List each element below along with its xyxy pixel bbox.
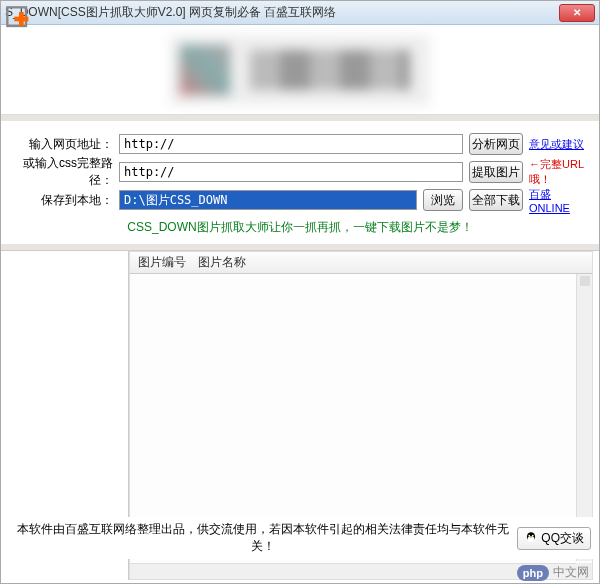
overlay-add-icon	[5, 5, 33, 33]
app-window: S_DOWN[CSS图片抓取大师V2.0] 网页复制必备 百盛互联网络 ✕ 输入…	[0, 0, 600, 584]
col-id: 图片编号	[138, 254, 198, 271]
list-header: 图片编号 图片名称	[130, 252, 592, 274]
qq-label: QQ交谈	[541, 530, 584, 547]
online-link[interactable]: 百盛ONLINE	[529, 187, 591, 214]
svg-point-5	[529, 535, 531, 537]
url-input[interactable]	[119, 134, 463, 154]
col-name: 图片名称	[198, 254, 246, 271]
feedback-link[interactable]: 意见或建议	[529, 137, 591, 152]
qq-chat-button[interactable]: QQ交谈	[517, 527, 591, 550]
svg-point-6	[532, 535, 534, 537]
save-path-input[interactable]	[119, 190, 417, 210]
url-label: 输入网页地址：	[9, 136, 119, 153]
slogan-text: CSS_DOWN图片抓取大师让你一抓再抓，一键下载图片不是梦！	[1, 215, 599, 236]
save-label: 保存到本地：	[9, 192, 119, 209]
browse-button[interactable]: 浏览	[423, 189, 463, 211]
analyze-button[interactable]: 分析网页	[469, 133, 523, 155]
scrollbar-horizontal[interactable]	[130, 563, 576, 579]
css-input[interactable]	[119, 162, 463, 182]
form-area: 输入网页地址： 分析网页 意见或建议 或输入css完整路径： 提取图片 ←完整U…	[1, 115, 599, 250]
download-all-button[interactable]: 全部下载	[469, 189, 523, 211]
qq-icon	[524, 531, 538, 545]
close-button[interactable]: ✕	[559, 4, 595, 22]
watermark-text: 中文网	[553, 564, 589, 581]
window-title: S_DOWN[CSS图片抓取大师V2.0] 网页复制必备 百盛互联网络	[5, 4, 559, 21]
footer: 本软件由百盛互联网络整理出品，供交流使用，若因本软件引起的相关法律责任均与本软件…	[1, 517, 599, 559]
banner-area	[1, 25, 599, 115]
titlebar: S_DOWN[CSS图片抓取大师V2.0] 网页复制必备 百盛互联网络 ✕	[1, 1, 599, 25]
banner-image	[170, 35, 430, 105]
close-icon: ✕	[573, 7, 581, 18]
watermark: php 中文网	[517, 564, 589, 581]
extract-button[interactable]: 提取图片	[469, 161, 523, 183]
url-note: ←完整URL哦！	[529, 157, 591, 187]
svg-rect-2	[14, 17, 28, 22]
svg-point-7	[530, 537, 532, 538]
css-label: 或输入css完整路径：	[9, 155, 119, 189]
php-logo: php	[517, 565, 549, 581]
footer-text: 本软件由百盛互联网络整理出品，供交流使用，若因本软件引起的相关法律责任均与本软件…	[9, 521, 517, 555]
